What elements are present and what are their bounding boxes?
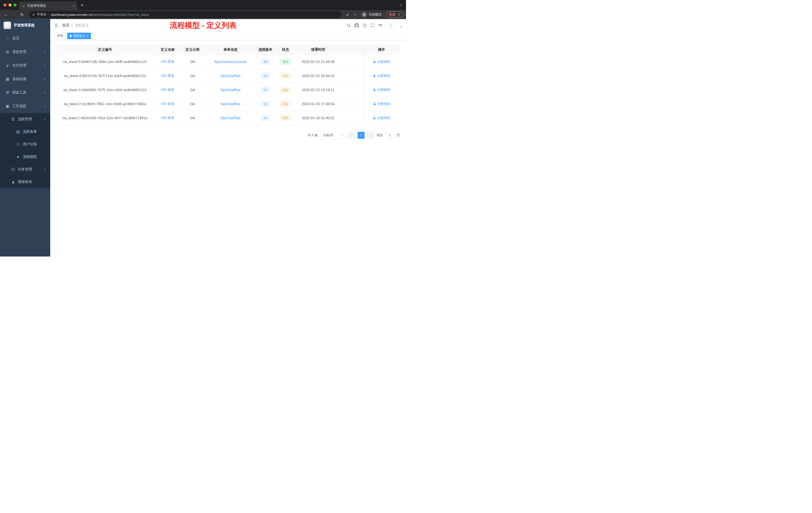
pagination-total: 共 5 条 bbox=[308, 133, 318, 138]
warning-icon: ⚠ bbox=[32, 13, 35, 16]
page-header: 首页 / 流程定义 流程模型 - 定义列表 ? TT bbox=[50, 19, 406, 32]
window-zoom-button[interactable] bbox=[13, 3, 17, 6]
next-page-button[interactable]: › bbox=[367, 132, 374, 139]
sidebar-item-home[interactable]: ◔ 首页 bbox=[0, 32, 50, 45]
goto-unit-label: 页 bbox=[397, 133, 400, 138]
avatar[interactable] bbox=[386, 22, 396, 29]
col-form-info: 表单信息 bbox=[203, 45, 258, 55]
infrastructure-icon: ▦ bbox=[5, 77, 10, 81]
table-row: oa_leave:3:1fad3d93-7b75-11ec-a3c8-acde4… bbox=[57, 83, 400, 97]
goto-page-input[interactable] bbox=[386, 132, 394, 139]
status-badge: 挂起 bbox=[280, 73, 291, 79]
definition-name-link[interactable]: OA 请假 bbox=[161, 102, 174, 105]
deploy-time: 2022-01-22 21:48:38 bbox=[298, 55, 338, 69]
person-icon bbox=[373, 102, 376, 105]
chevron-down-icon: ∨ bbox=[44, 168, 46, 171]
form-link[interactable]: /bpm/oa/flow bbox=[221, 116, 240, 120]
avatar-caret-icon[interactable]: ▾ bbox=[401, 26, 402, 28]
sidebar-item-system[interactable]: ⚙ 系统管理 ∨ bbox=[0, 45, 50, 59]
form-link[interactable]: /bpm/oa/flow bbox=[221, 74, 240, 78]
incognito-label: 无痕模式 bbox=[369, 12, 382, 17]
forward-button[interactable]: → bbox=[10, 12, 18, 17]
form-link[interactable]: /bpm/oa/flow bbox=[221, 88, 240, 92]
sidebar-item-payment[interactable]: ¥ 支付管理 ∨ bbox=[0, 59, 50, 72]
version-tag: v3 bbox=[261, 87, 270, 93]
sidebar-item-user-group[interactable]: ⚇ 用户分组 bbox=[0, 138, 50, 151]
fullscreen-icon[interactable] bbox=[371, 23, 375, 27]
definition-id: oa_leave:4:991f2193-7b7f-11ec-a3c8-acde4… bbox=[57, 69, 153, 83]
tag-process-definition[interactable]: 流程定义 × bbox=[67, 33, 91, 39]
tag-close-icon[interactable]: × bbox=[86, 34, 88, 37]
assign-rule-link[interactable]: 分配规则 bbox=[373, 102, 390, 106]
annotation-title: 流程模型 - 定义列表 bbox=[170, 20, 237, 31]
breadcrumb-separator: / bbox=[71, 23, 72, 27]
page-number-button[interactable]: 1 bbox=[357, 132, 365, 139]
window-minimize-button[interactable] bbox=[8, 3, 11, 6]
window-close-button[interactable] bbox=[3, 3, 6, 6]
address-bar[interactable]: ⚠ 不安全 dashboard.yudao.iocoder.cn/bpm/man… bbox=[29, 11, 341, 18]
chevron-up-icon: ∧ bbox=[44, 118, 46, 121]
search-icon[interactable] bbox=[347, 23, 351, 28]
reload-button[interactable]: ↻ bbox=[19, 12, 26, 17]
assign-rule-link[interactable]: 分配规则 bbox=[373, 59, 390, 64]
tag-home[interactable]: 首页 bbox=[55, 33, 66, 39]
tab-title: 芋道管理系统 bbox=[27, 4, 70, 8]
logo-title: 芋道管理系统 bbox=[13, 23, 35, 28]
col-operations: 操作 bbox=[363, 45, 400, 55]
table-row: oa_leave:1:482ec033-762a-11ec-8477-a2380… bbox=[57, 111, 400, 125]
sidebar: 芋道管理系统 ◔ 首页 ⚙ 系统管理 ∨ ¥ 支付管理 ∨ ▦ 基础设施 ∨ bbox=[0, 19, 50, 256]
definition-name-link[interactable]: OA 请假 bbox=[161, 116, 174, 120]
definition-name-link[interactable]: OA 请假 bbox=[161, 73, 174, 78]
pagination: 共 5 条 10条/页 ▾ ‹ 1 › 前往 页 bbox=[57, 132, 400, 139]
window-controls bbox=[3, 3, 17, 6]
sidebar-item-task-management[interactable]: ☑ 任务管理 ∨ bbox=[0, 163, 50, 176]
tab-search-chevron-icon[interactable]: ∨ bbox=[400, 3, 402, 7]
menu-dots-icon[interactable]: ⋮ bbox=[397, 12, 401, 17]
url-path: /bpm/manager/definition?key=oa_leave bbox=[92, 13, 149, 17]
assign-rule-link[interactable]: 分配规则 bbox=[373, 116, 390, 120]
sidebar-item-leave-query[interactable]: 请假查询 bbox=[0, 176, 50, 188]
col-deploy-time: 部署时间 bbox=[298, 45, 338, 55]
prev-page-button[interactable]: ‹ bbox=[348, 132, 355, 139]
definition-category: OA bbox=[182, 111, 203, 125]
page-size-select[interactable]: 10条/页 ▾ bbox=[320, 132, 346, 139]
update-label: 更新 bbox=[389, 12, 396, 17]
key-icon[interactable] bbox=[344, 13, 351, 17]
form-link[interactable]: /bpm/oa/flow bbox=[221, 102, 240, 106]
definition-name-link[interactable]: OA 请假 bbox=[161, 88, 174, 92]
font-size-icon[interactable]: TT bbox=[378, 23, 382, 28]
sidebar-item-infrastructure[interactable]: ▦ 基础设施 ∨ bbox=[0, 72, 50, 86]
sidebar-item-process-model[interactable]: ➤ 流程模型 bbox=[0, 151, 50, 163]
sidebar-item-process-management[interactable]: ☰ 流程管理 ∧ bbox=[0, 113, 50, 125]
definition-id: oa_leave:2:3c1f0ef1-76b1-11ec-9c66-a2380… bbox=[57, 97, 153, 111]
incognito-spy-icon bbox=[361, 12, 367, 17]
assign-rule-link[interactable]: 分配规则 bbox=[373, 88, 390, 92]
chevron-down-icon: ∨ bbox=[44, 91, 46, 94]
hamburger-icon[interactable] bbox=[54, 23, 59, 28]
form-link[interactable]: /bpm/oa/leave/create bbox=[214, 60, 247, 64]
browser-tab-bar: 芋道管理系统 × + ∨ bbox=[0, 0, 406, 10]
task-icon: ☑ bbox=[10, 167, 16, 172]
new-tab-button[interactable]: + bbox=[81, 3, 84, 7]
sidebar-item-process-form[interactable]: ▤ 流程表单 bbox=[0, 125, 50, 138]
help-icon[interactable]: ? bbox=[362, 23, 367, 28]
definition-category: OA bbox=[182, 97, 203, 111]
back-button[interactable]: ← bbox=[2, 12, 9, 17]
col-definition-name: 定义名称 bbox=[153, 45, 182, 55]
definition-table: 定义编号 定义名称 定义分类 表单信息 流程版本 状态 部署时间 操作 oa_l… bbox=[57, 45, 400, 125]
sidebar-item-devtools[interactable]: ⚒ 研发工具 ∨ bbox=[0, 86, 50, 99]
bookmark-star-icon[interactable]: ☆ bbox=[352, 12, 358, 17]
breadcrumb-home[interactable]: 首页 bbox=[62, 23, 69, 28]
status-badge: 激活 bbox=[280, 59, 291, 65]
browser-tab[interactable]: 芋道管理系统 × bbox=[19, 1, 77, 10]
list-icon: ☰ bbox=[10, 117, 16, 121]
definition-name-link[interactable]: OA 请假 bbox=[161, 59, 174, 63]
deploy-time: 2022-01-22 19:19:11 bbox=[298, 83, 338, 97]
tab-close-icon[interactable]: × bbox=[72, 4, 75, 8]
col-process-version: 流程版本 bbox=[258, 45, 273, 55]
assign-rule-link[interactable]: 分配规则 bbox=[373, 73, 390, 78]
update-button[interactable]: 更新 ⋮ bbox=[386, 11, 404, 18]
url-separator bbox=[49, 13, 49, 16]
github-icon[interactable] bbox=[354, 23, 359, 28]
sidebar-item-workflow[interactable]: ▣ 工作流程 ∧ bbox=[0, 99, 50, 113]
